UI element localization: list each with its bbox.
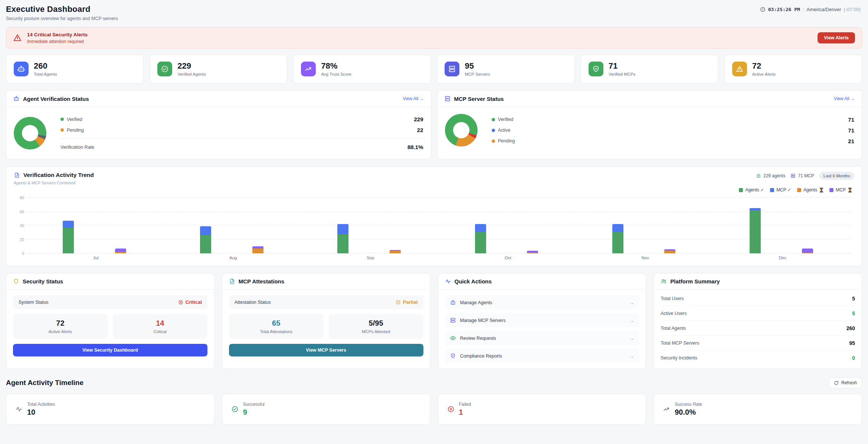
agents-count-text: 229 agents	[763, 173, 785, 178]
view-alerts-button[interactable]: View Alerts	[818, 32, 855, 43]
total-activities-card: Total Activities 10	[6, 394, 214, 425]
view-mcp-servers-button[interactable]: View MCP Servers	[229, 344, 423, 356]
row-label: Security Incidents	[661, 355, 697, 361]
stat-value: 95	[465, 62, 490, 70]
bar-segment	[612, 232, 623, 253]
bar-stack	[750, 208, 761, 253]
legend-label: Pending	[67, 128, 84, 133]
x-axis-label: Oct	[439, 256, 577, 260]
card-label: Successful	[243, 402, 265, 407]
verified-dot-icon	[492, 118, 495, 121]
bar-segment	[527, 253, 538, 253]
summary-row-active-users: Active Users 5	[661, 306, 855, 321]
executive-dashboard-page: Executive Dashboard Security posture ove…	[0, 0, 868, 429]
clock-icon	[396, 300, 401, 305]
legend-label: Verified	[498, 117, 514, 122]
quick-action-manage-agents[interactable]: Manage Agents →	[445, 295, 639, 310]
refresh-button[interactable]: Refresh	[829, 377, 862, 388]
bar-segment	[337, 234, 348, 253]
bar-stack	[475, 224, 486, 253]
trend-title: Verification Activity Trend	[23, 172, 94, 178]
system-status-row: System Status Critical	[13, 295, 207, 309]
bar-stack	[115, 249, 126, 253]
box-label: Active Alerts	[17, 329, 104, 334]
quick-action-review-requests[interactable]: Review Requests →	[445, 331, 639, 345]
robot-icon	[13, 95, 20, 102]
mcp-attestations-panel: MCP Attestations Attestation Status Part…	[222, 273, 430, 369]
robot-icon	[756, 173, 761, 178]
row-value: 5	[852, 296, 855, 302]
card-label: Failed	[459, 402, 471, 407]
box-value: 5/95	[333, 319, 420, 328]
bar-segment	[475, 232, 486, 253]
robot-icon	[450, 299, 456, 306]
mcp-server-status-panel: MCP Server Status View All → Verified 71…	[437, 90, 862, 159]
bar-stack	[802, 249, 813, 253]
eye-icon	[450, 335, 456, 341]
x-circle-icon	[178, 300, 183, 305]
card-value: 10	[27, 408, 55, 417]
bar-segment	[475, 224, 486, 232]
mcps-attested-box: 5/95 MCPs Attested	[329, 314, 423, 339]
x-axis-label: Dec	[714, 256, 851, 260]
file-check-icon	[229, 278, 235, 285]
bar-stack	[200, 226, 211, 253]
bar-segment	[750, 210, 761, 253]
alert-banner-title: 14 Critical Security Alerts	[27, 32, 88, 37]
y-axis-tick: 40	[12, 223, 24, 228]
quick-action-manage-mcp-servers[interactable]: Manage MCP Servers →	[445, 313, 639, 328]
hourglass-icon	[819, 188, 823, 193]
mcp-count-text: 71 MCP	[798, 173, 814, 178]
row-value: 260	[846, 325, 855, 331]
box-label: Total Attestations	[233, 329, 320, 334]
pending-dot-icon	[492, 139, 495, 143]
view-all-mcps-link[interactable]: View All →	[834, 96, 855, 101]
legend-mcp-pending: MCP	[829, 187, 852, 193]
refresh-label: Refresh	[841, 380, 857, 385]
pending-dot-icon	[60, 128, 64, 132]
bar-groups: JulAugSepOctNovDec	[27, 198, 851, 253]
panel-title: MCP Attestations	[239, 278, 284, 285]
card-value: 9	[243, 408, 265, 417]
bottom-panels-row: Security Status System Status Critical 7…	[6, 273, 862, 369]
attestation-status-row: Attestation Status Partial	[229, 295, 423, 309]
legend-value: 229	[414, 116, 423, 122]
quick-action-label: Review Requests	[460, 336, 496, 341]
row-label: Total Agents	[661, 326, 686, 331]
verified-dot-icon	[60, 118, 64, 121]
page-subtitle: Security posture overview for agents and…	[6, 16, 862, 21]
robot-icon	[14, 62, 29, 76]
hourglass-icon	[848, 188, 852, 193]
system-status-label: System Status	[19, 300, 49, 305]
y-axis-tick: 80	[12, 195, 24, 200]
bar-segment	[664, 251, 675, 254]
view-all-agents-link[interactable]: View All →	[403, 96, 424, 101]
month-group-jul: Jul	[27, 198, 164, 253]
x-axis-label: Nov	[577, 256, 714, 260]
clock-separator: |	[803, 7, 804, 12]
box-value: 72	[17, 319, 104, 328]
legend-label: Verified	[67, 117, 82, 122]
bar-stack	[390, 250, 401, 253]
bar-segment	[63, 228, 74, 253]
stat-label: Active Alerts	[752, 72, 776, 76]
verification-rate-value: 88.1%	[407, 144, 423, 150]
month-group-dec: Dec	[714, 198, 851, 253]
legend-swatch	[770, 188, 774, 192]
status-panels-row: Agent Verification Status View All → Ver…	[6, 90, 862, 159]
alert-banner-subtitle: Immediate attention required	[27, 39, 88, 44]
clock-utc-offset: (-07:00)	[844, 7, 861, 12]
view-security-dashboard-button[interactable]: View Security Dashboard	[13, 344, 207, 356]
legend-mcp-verified: MCP ✓	[770, 187, 791, 193]
card-label: Total Activities	[27, 402, 55, 407]
total-attestations-box: 65 Total Attestations	[229, 314, 324, 339]
bar-stack	[337, 224, 348, 253]
bar-stack	[527, 251, 538, 254]
quick-action-compliance-reports[interactable]: Compliance Reports →	[445, 349, 639, 363]
stat-card-avg-trust-score: 78% Avg Trust Score	[293, 55, 431, 83]
stat-card-verified-agents: 229 Verified Agents	[150, 55, 287, 83]
warning-icon	[732, 62, 747, 76]
stat-label: Total Agents	[34, 72, 57, 76]
box-label: Critical	[117, 329, 204, 334]
legend-text: MCP ✓	[776, 187, 791, 193]
